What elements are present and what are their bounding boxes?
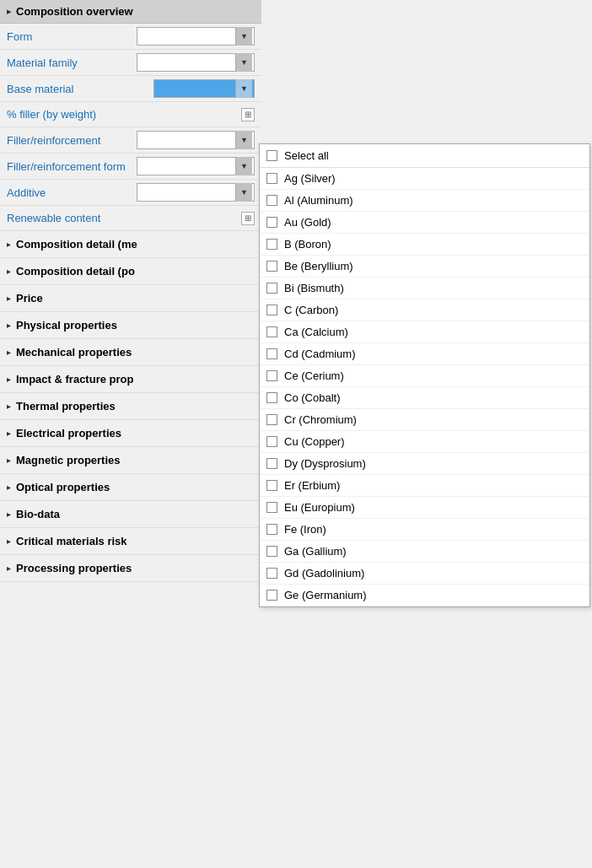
dropdown-item-ce[interactable]: Ce (Cerium) xyxy=(260,365,589,387)
dropdown-item-c[interactable]: C (Carbon) xyxy=(260,299,589,321)
additive-arrow[interactable]: ▼ xyxy=(235,183,252,202)
eu-checkbox[interactable] xyxy=(266,502,277,513)
form-dropdown-arrow[interactable]: ▼ xyxy=(235,27,252,46)
au-checkbox[interactable] xyxy=(266,217,277,228)
cd-checkbox[interactable] xyxy=(266,348,277,359)
magnetic-properties-row[interactable]: ▸ Magnetic properties xyxy=(0,447,261,474)
ag-checkbox[interactable] xyxy=(266,173,277,184)
be-checkbox[interactable] xyxy=(266,261,277,272)
dropdown-item-fe[interactable]: Fe (Iron) xyxy=(260,519,589,541)
ce-checkbox[interactable] xyxy=(266,370,277,381)
material-family-arrow[interactable]: ▼ xyxy=(235,53,252,72)
electrical-properties-row[interactable]: ▸ Electrical properties xyxy=(0,420,261,447)
filler-reinforcement-arrow[interactable]: ▼ xyxy=(235,131,252,149)
dropdown-item-cd[interactable]: Cd (Cadmium) xyxy=(260,343,589,365)
material-family-dropdown[interactable]: ▼ xyxy=(137,53,255,72)
price-arrow: ▸ xyxy=(7,294,11,303)
dy-checkbox[interactable] xyxy=(266,458,277,469)
c-checkbox[interactable] xyxy=(266,305,277,315)
dropdown-item-au[interactable]: Au (Gold) xyxy=(260,212,589,234)
dropdown-item-er[interactable]: Er (Erbium) xyxy=(260,475,589,497)
dropdown-item-gd[interactable]: Gd (Gadolinium) xyxy=(260,563,589,585)
critical-materials-risk-row[interactable]: ▸ Critical materials risk xyxy=(0,528,261,555)
additive-control: ▼ xyxy=(137,183,255,202)
additive-label: Additive xyxy=(7,186,137,199)
additive-row: Additive ▼ xyxy=(0,180,261,206)
form-control: ▼ xyxy=(137,27,255,46)
b-label: B (Boron) xyxy=(284,238,331,251)
dy-label: Dy (Dysprosium) xyxy=(284,457,366,470)
renewable-content-info-icon[interactable]: ⊞ xyxy=(241,212,255,225)
physical-properties-label: Physical properties xyxy=(16,319,117,332)
renewable-content-row: Renewable content ⊞ xyxy=(0,206,261,231)
pct-filler-control: ⊞ xyxy=(239,108,255,121)
c-label: C (Carbon) xyxy=(284,304,338,316)
cd-label: Cd (Cadmium) xyxy=(284,348,356,360)
dropdown-item-cr[interactable]: Cr (Chromium) xyxy=(260,409,589,431)
er-checkbox[interactable] xyxy=(266,480,277,491)
dropdown-item-b[interactable]: B (Boron) xyxy=(260,234,589,256)
dropdown-item-bi[interactable]: Bi (Bismuth) xyxy=(260,278,589,299)
base-material-control: ▼ xyxy=(153,79,255,98)
select-all-checkbox[interactable] xyxy=(266,150,277,161)
fe-checkbox[interactable] xyxy=(266,524,277,535)
ga-checkbox[interactable] xyxy=(266,546,277,557)
critical-materials-risk-label: Critical materials risk xyxy=(16,535,127,547)
ca-checkbox[interactable] xyxy=(266,326,277,337)
filler-reinforcement-row: Filler/reinforcement ▼ xyxy=(0,127,261,154)
dropdown-item-al[interactable]: Al (Aluminum) xyxy=(260,190,589,212)
form-dropdown-box[interactable]: ▼ xyxy=(137,27,255,46)
eu-label: Eu (Europium) xyxy=(284,501,355,514)
cu-checkbox[interactable] xyxy=(266,436,277,447)
composition-detail-po-row[interactable]: ▸ Composition detail (po xyxy=(0,258,261,285)
be-label: Be (Beryllium) xyxy=(284,260,353,272)
select-all-item[interactable]: Select all xyxy=(260,144,589,168)
mechanical-properties-row[interactable]: ▸ Mechanical properties xyxy=(0,339,261,366)
dropdown-item-co[interactable]: Co (Cobalt) xyxy=(260,387,589,409)
filler-reinforcement-dropdown[interactable]: ▼ xyxy=(137,131,255,149)
dropdown-item-dy[interactable]: Dy (Dysprosium) xyxy=(260,453,589,475)
dropdown-item-ca[interactable]: Ca (Calcium) xyxy=(260,321,589,343)
processing-properties-row[interactable]: ▸ Processing properties xyxy=(0,555,261,582)
b-checkbox[interactable] xyxy=(266,239,277,250)
electrical-properties-label: Electrical properties xyxy=(16,427,121,439)
composition-detail-me-row[interactable]: ▸ Composition detail (me xyxy=(0,231,261,258)
bi-checkbox[interactable] xyxy=(266,283,277,294)
al-label: Al (Aluminum) xyxy=(284,194,353,207)
ga-label: Ga (Gallium) xyxy=(284,545,347,558)
base-material-dropdown-overlay: Select all Ag (Silver) Al (Aluminum) Au … xyxy=(259,143,590,607)
composition-detail-po-label: Composition detail (po xyxy=(16,265,135,278)
filler-form-dropdown[interactable]: ▼ xyxy=(137,157,255,175)
price-row[interactable]: ▸ Price xyxy=(0,285,261,312)
dropdown-item-ga[interactable]: Ga (Gallium) xyxy=(260,541,589,563)
cr-label: Cr (Chromium) xyxy=(284,413,357,426)
dropdown-item-eu[interactable]: Eu (Europium) xyxy=(260,497,589,519)
additive-dropdown[interactable]: ▼ xyxy=(137,183,255,202)
header-title: Composition overview xyxy=(16,5,133,18)
material-family-label: Material family xyxy=(7,57,137,69)
base-material-arrow[interactable]: ▼ xyxy=(235,79,252,98)
dropdown-item-ge[interactable]: Ge (Germanium) xyxy=(260,585,589,607)
co-label: Co (Cobalt) xyxy=(284,391,340,404)
pct-filler-info-icon[interactable]: ⊞ xyxy=(241,108,255,121)
optical-properties-row[interactable]: ▸ Optical properties xyxy=(0,474,261,501)
fe-label: Fe (Iron) xyxy=(284,523,326,536)
thermal-properties-row[interactable]: ▸ Thermal properties xyxy=(0,393,261,420)
cr-checkbox[interactable] xyxy=(266,414,277,425)
co-checkbox[interactable] xyxy=(266,392,277,403)
dropdown-item-be[interactable]: Be (Beryllium) xyxy=(260,256,589,278)
au-label: Au (Gold) xyxy=(284,216,331,229)
dropdown-item-ag[interactable]: Ag (Silver) xyxy=(260,168,589,190)
renewable-content-label: Renewable content xyxy=(7,212,239,224)
bio-data-row[interactable]: ▸ Bio-data xyxy=(0,501,261,528)
composition-overview-header[interactable]: ▸ Composition overview xyxy=(0,0,261,24)
base-material-dropdown[interactable]: ▼ xyxy=(153,79,255,98)
processing-properties-label: Processing properties xyxy=(16,562,132,574)
filler-form-arrow[interactable]: ▼ xyxy=(235,157,252,175)
dropdown-item-cu[interactable]: Cu (Copper) xyxy=(260,431,589,453)
physical-properties-row[interactable]: ▸ Physical properties xyxy=(0,312,261,339)
al-checkbox[interactable] xyxy=(266,195,277,206)
ge-checkbox[interactable] xyxy=(266,590,277,601)
impact-fracture-row[interactable]: ▸ Impact & fracture prop xyxy=(0,366,261,393)
gd-checkbox[interactable] xyxy=(266,568,277,579)
